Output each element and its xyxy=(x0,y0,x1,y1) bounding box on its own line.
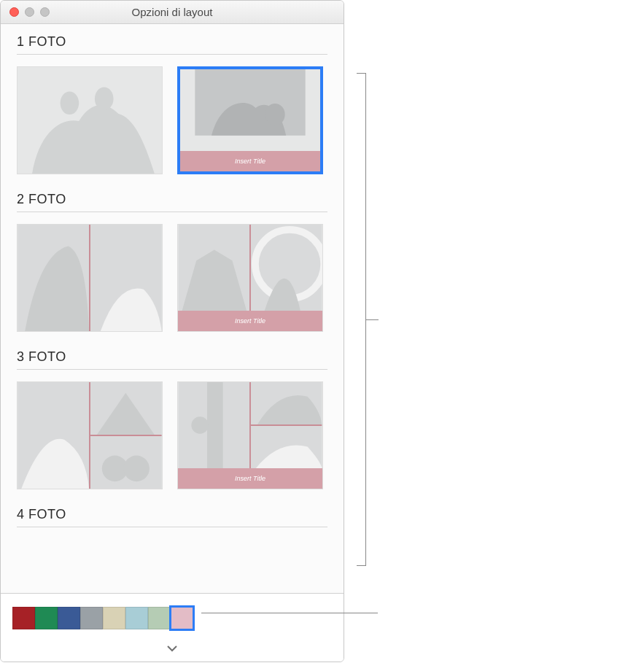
chevron-down-icon[interactable] xyxy=(167,643,177,654)
color-swatch-row xyxy=(12,607,332,629)
layout-3photo-grid-title[interactable]: Insert Title xyxy=(177,381,323,489)
thumbnail-illustration xyxy=(178,225,322,311)
layout-2photo-split-title[interactable]: Insert Title xyxy=(177,224,323,332)
color-swatch-pink[interactable] xyxy=(171,607,193,629)
svg-point-25 xyxy=(191,416,209,434)
divider xyxy=(17,54,327,55)
layout-options-panel: Opzioni di layout 1 FOTO xyxy=(0,0,344,662)
thumbnail-illustration xyxy=(178,382,322,468)
layout-row: Insert Title xyxy=(17,381,327,489)
thumbnail-illustration xyxy=(180,69,320,151)
svg-point-19 xyxy=(123,456,150,482)
color-swatch-blue[interactable] xyxy=(58,607,80,629)
color-swatch-red[interactable] xyxy=(12,607,35,629)
thumbnail-illustration xyxy=(18,67,162,174)
section-2-foto: 2 FOTO xyxy=(17,192,327,332)
svg-point-2 xyxy=(95,88,114,111)
window-controls xyxy=(9,7,50,17)
section-header: 4 FOTO xyxy=(17,507,327,522)
section-header: 1 FOTO xyxy=(17,34,327,50)
layout-row: Insert Title xyxy=(17,66,327,174)
divider xyxy=(17,527,327,527)
thumbnail-illustration xyxy=(18,382,162,489)
window-titlebar: Opzioni di layout xyxy=(1,1,344,24)
section-3-foto: 3 FOTO xyxy=(17,349,327,489)
layout-1photo-full[interactable] xyxy=(17,66,163,174)
svg-point-4 xyxy=(265,104,284,125)
callout-bracket xyxy=(346,73,366,566)
layout-row: Insert Title xyxy=(17,224,327,332)
section-4-foto: 4 FOTO xyxy=(17,507,327,527)
window-title: Opzioni di layout xyxy=(132,6,213,18)
layout-1photo-title[interactable]: Insert Title xyxy=(177,66,323,174)
layout-3photo-grid[interactable] xyxy=(17,381,163,489)
color-swatch-lightblue[interactable] xyxy=(125,607,148,629)
section-header: 2 FOTO xyxy=(17,192,327,207)
divider xyxy=(17,369,327,370)
title-placeholder: Insert Title xyxy=(178,311,322,331)
thumbnail-illustration xyxy=(18,225,162,331)
section-1-foto: 1 FOTO Inser xyxy=(17,34,327,174)
section-header: 3 FOTO xyxy=(17,349,327,365)
color-swatch-gray[interactable] xyxy=(80,607,103,629)
footer xyxy=(1,593,344,662)
expand-row xyxy=(12,643,332,654)
layout-scroll-area[interactable]: 1 FOTO Inser xyxy=(1,24,344,593)
maximize-button[interactable] xyxy=(40,7,50,17)
divider xyxy=(17,212,327,212)
svg-rect-24 xyxy=(207,382,223,468)
close-button[interactable] xyxy=(9,7,19,17)
color-swatch-sage[interactable] xyxy=(148,607,171,629)
color-swatch-green[interactable] xyxy=(35,607,58,629)
title-placeholder: Insert Title xyxy=(180,151,320,171)
title-placeholder: Insert Title xyxy=(178,468,322,489)
color-swatch-beige[interactable] xyxy=(103,607,125,629)
callout-line xyxy=(201,613,378,613)
svg-point-1 xyxy=(61,92,79,115)
minimize-button[interactable] xyxy=(25,7,34,17)
layout-2photo-split[interactable] xyxy=(17,224,163,332)
